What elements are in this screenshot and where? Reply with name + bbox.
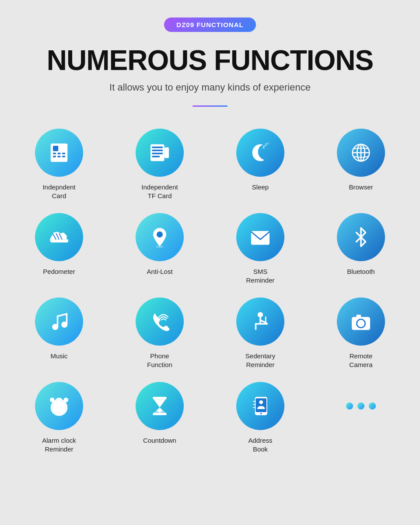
tf-card-icon: [136, 129, 184, 177]
dot-2: [357, 402, 364, 410]
anti-lost-icon: [136, 213, 184, 261]
independent-card-label: IndepndentCard: [42, 183, 75, 200]
svg-rect-10: [152, 147, 163, 148]
feature-bluetooth: Bluetooth: [315, 213, 407, 284]
remote-camera-icon: [337, 298, 385, 346]
feature-independent-card: IndepndentCard: [13, 129, 105, 200]
sim-svg: [47, 140, 71, 165]
dot-1: [346, 402, 353, 410]
browser-icon: [337, 129, 385, 177]
music-svg: [47, 309, 71, 334]
independent-card-icon: [35, 129, 83, 177]
feature-phone-function: PhoneFunction: [114, 298, 206, 369]
svg-point-27: [52, 324, 58, 330]
svg-point-40: [366, 319, 368, 321]
tf-card-label: IndependentTF Card: [141, 183, 178, 200]
svg-point-47: [58, 407, 60, 409]
countdown-icon: [136, 382, 184, 430]
feature-sedentary-reminder: SedentaryReminder: [214, 298, 306, 369]
svg-rect-9: [164, 147, 169, 158]
bluetooth-label: Bluetooth: [347, 267, 374, 276]
bluetooth-icon: [337, 213, 385, 261]
pedometer-icon: [35, 213, 83, 261]
antilost-svg: [147, 225, 172, 249]
countdown-svg: [147, 394, 172, 418]
svg-rect-3: [53, 156, 56, 158]
divider: [192, 105, 228, 107]
feature-more: [315, 382, 407, 453]
svg-point-29: [258, 312, 263, 318]
anti-lost-label: Anti-Lost: [147, 267, 172, 276]
sedentary-reminder-icon: [236, 298, 284, 346]
feature-sms-reminder: SMSReminder: [214, 213, 306, 284]
product-badge: DZ09 FUNCTIONAL: [164, 18, 256, 32]
svg-point-25: [156, 246, 164, 248]
sleep-svg: Z Z Z: [248, 140, 273, 165]
page-subtitle: It allows you to enjoy many kinds of exp…: [109, 82, 311, 93]
sleep-label: Sleep: [252, 183, 269, 192]
more-dots: [346, 382, 376, 430]
features-grid: IndepndentCard IndependentTF Card Z Z Z …: [13, 129, 407, 453]
svg-rect-48: [153, 397, 167, 399]
svg-rect-2: [53, 153, 56, 154]
alarm-svg: [47, 394, 71, 418]
page-title: NUMEROUS FUNCTIONS: [47, 45, 373, 76]
phone-svg: [147, 309, 172, 334]
svg-text:Z: Z: [267, 142, 269, 145]
feature-address-book: AddressBook: [214, 382, 306, 453]
addressbook-svg: [248, 394, 273, 418]
browser-label: Browser: [349, 183, 373, 192]
address-book-icon: [236, 382, 284, 430]
svg-point-38: [359, 322, 364, 326]
dot-3: [369, 402, 376, 410]
browser-svg: [349, 140, 373, 165]
svg-text:Z: Z: [265, 144, 267, 147]
pedometer-label: Pedometer: [43, 267, 75, 276]
countdown-label: Countdown: [143, 436, 176, 445]
feature-tf-card: IndependentTF Card: [114, 129, 206, 200]
phone-function-icon: [136, 298, 184, 346]
music-label: Music: [50, 352, 67, 360]
feature-browser: Browser: [315, 129, 407, 200]
camera-svg: [349, 309, 373, 334]
svg-rect-6: [62, 153, 65, 154]
svg-rect-39: [357, 315, 361, 318]
svg-point-52: [259, 400, 263, 404]
svg-rect-26: [251, 231, 270, 245]
svg-point-28: [61, 322, 67, 328]
svg-rect-13: [152, 156, 160, 158]
svg-rect-12: [152, 153, 163, 154]
phone-function-label: PhoneFunction: [147, 352, 172, 369]
feature-music: Music: [13, 298, 105, 369]
feature-anti-lost: Anti-Lost: [114, 213, 206, 284]
feature-countdown: Countdown: [114, 382, 206, 453]
feature-remote-camera: RemoteCamera: [315, 298, 407, 369]
sms-reminder-label: SMSReminder: [246, 267, 274, 284]
tfcard-svg: [147, 140, 172, 165]
pedometer-svg: [47, 225, 71, 249]
svg-rect-49: [153, 413, 167, 415]
svg-rect-5: [58, 156, 61, 158]
svg-rect-7: [62, 156, 65, 158]
svg-rect-11: [152, 150, 163, 151]
svg-point-24: [157, 231, 163, 238]
feature-alarm-clock: Alarm clockReminder: [13, 382, 105, 453]
feature-pedometer: Pedometer: [13, 213, 105, 284]
sleep-icon: Z Z Z: [236, 129, 284, 177]
sedentary-svg: [248, 309, 273, 334]
feature-sleep: Z Z Z Sleep: [214, 129, 306, 200]
address-book-label: AddressBook: [248, 436, 272, 453]
remote-camera-label: RemoteCamera: [349, 352, 372, 369]
alarm-clock-label: Alarm clockReminder: [42, 436, 76, 453]
music-icon: [35, 298, 83, 346]
svg-rect-1: [53, 146, 58, 151]
sedentary-reminder-label: SedentaryReminder: [245, 352, 275, 369]
alarm-clock-icon: [35, 382, 83, 430]
bluetooth-svg: [349, 225, 373, 249]
svg-rect-4: [58, 153, 61, 154]
sms-svg: [248, 225, 273, 249]
sms-reminder-icon: [236, 213, 284, 261]
svg-point-53: [260, 413, 262, 415]
